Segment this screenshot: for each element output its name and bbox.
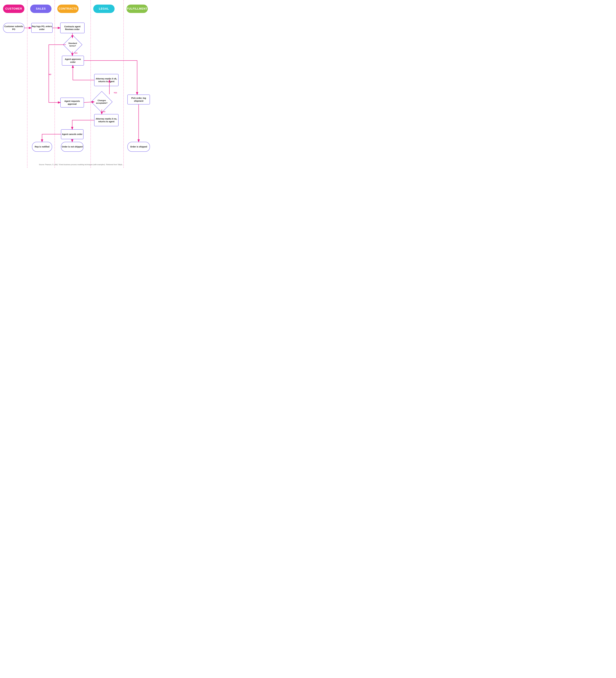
footer-text: Source: Pearson, S. (Nd). '9 best busine… <box>0 164 162 165</box>
node-agent-cancels: Agent cancels order <box>61 129 83 139</box>
divider-customer-sales <box>27 0 28 168</box>
header-fulfillment: FULFILLMENT <box>126 5 148 13</box>
divider-sales-contracts <box>54 0 55 168</box>
label-no-changes: NO <box>103 111 106 113</box>
node-attorney-marks-no: Attorney marks it no, returns to agent <box>94 114 119 126</box>
label-no-standard-terms: NO <box>49 74 51 75</box>
divider-legal-fulfillment <box>123 0 124 168</box>
header-legal: LEGAL <box>93 5 115 13</box>
node-agent-requests-approval: Agent requests approval <box>60 98 84 108</box>
label-yes-changes: YES <box>114 92 117 93</box>
label-yes-standard-terms: YES <box>74 52 77 54</box>
header-contracts: CONTRACTS <box>57 5 79 13</box>
node-changes-acceptable: Changes acceptable? <box>94 94 110 110</box>
node-rep-logs-po: Rep logs PO, enters order <box>31 23 52 33</box>
header-sales: SALES <box>30 5 51 13</box>
node-customer-submits-po: Customer submits PO <box>3 23 25 33</box>
node-standard-terms: Standard terms? <box>66 38 80 51</box>
node-rep-is-notified: Rep is notified <box>32 142 52 152</box>
node-order-shipped: Order is shipped <box>127 142 150 152</box>
diagram-container: CUSTOMER SALES CONTRACTS LEGAL FULFILLME… <box>0 0 162 168</box>
node-pick-order: Pick order, log shipment <box>127 95 150 105</box>
node-order-not-shipped: Order is not shipped <box>61 142 83 152</box>
node-attorney-marks-ok: Attorney marks it ok, returns to agent <box>94 74 119 86</box>
node-agent-approves: Agent approves order <box>62 56 84 66</box>
header-customer: CUSTOMER <box>3 5 25 13</box>
divider-contracts-legal <box>90 0 91 168</box>
node-contracts-agent-reviews: Contracts agent Reviews order <box>60 23 85 33</box>
